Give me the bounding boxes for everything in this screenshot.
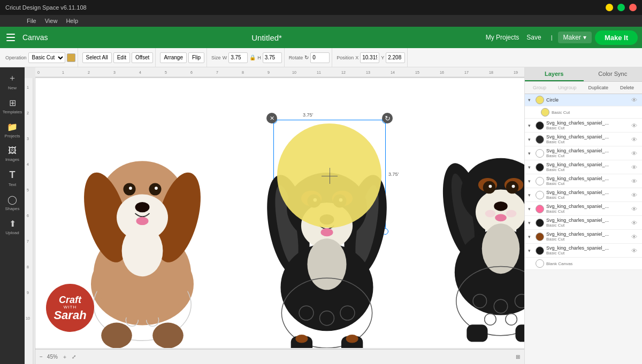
svg-point-55 [155,187,158,190]
eye-4[interactable]: 👁 [631,164,639,171]
eye-9[interactable]: 👁 [631,234,639,240]
svg-text:5: 5 [27,188,29,192]
arrange-button[interactable]: Arrange [160,52,187,63]
width-input[interactable] [228,52,248,63]
svg-text:12: 12 [341,71,346,74]
close-button[interactable]: ✕ [629,4,637,11]
delete-button[interactable]: Delete [618,84,636,91]
rotate-label: Rotate [289,55,303,60]
text-icon: T [10,169,16,181]
maker-button[interactable]: Maker ▾ [558,32,592,43]
menu-file[interactable]: File [27,18,36,24]
minimize-button[interactable]: — [606,4,613,11]
svg-text:9: 9 [27,291,29,295]
hamburger-menu[interactable] [4,31,17,44]
layer-swatch-6 [536,191,544,199]
svg-text:1: 1 [62,71,64,74]
pos-x-input[interactable] [360,52,379,63]
eye-8[interactable]: 👁 [631,220,639,226]
svg-text:17: 17 [464,71,469,74]
layer-svg-4[interactable]: ▾ Svg_king_charles_spaniel_... Basic Cut… [525,160,642,174]
sidebar-item-new[interactable]: ＋ New [2,69,23,94]
eye-5[interactable]: 👁 [631,178,639,184]
sidebar-item-templates[interactable]: ⊞ Templates [2,95,23,118]
layer-swatch-8 [536,219,544,227]
svg-text:18: 18 [489,71,493,74]
menu-view[interactable]: View [45,18,58,24]
lock-icon: 🔒 [249,55,256,60]
operation-color-swatch[interactable] [67,53,75,62]
zoom-in-button[interactable]: ＋ [62,353,67,361]
layer-svg-6[interactable]: ▾ Svg_king_charles_spaniel_... Basic Cut… [525,188,642,202]
layer-swatch-1 [536,121,544,130]
svg-text:3: 3 [27,137,29,141]
secondary-toolbar: Operation Basic Cut Select All Edit Offs… [0,48,642,67]
eye-2[interactable]: 👁 [631,136,639,143]
layer-circle-group[interactable]: ▾ Circle 👁 [525,94,642,106]
make-it-button[interactable]: Make It [595,30,638,45]
layer-svg-5[interactable]: ▾ Svg_king_charles_spaniel_... Basic Cut… [525,174,642,188]
edit-button[interactable]: Edit [113,52,130,63]
zoom-out-button[interactable]: − [40,354,43,360]
eye-7[interactable]: 👁 [631,206,639,212]
pos-y-input[interactable] [386,52,405,63]
layer-swatch-blank [536,259,544,268]
sidebar-item-text[interactable]: T Text [2,166,23,190]
svg-text:2: 2 [27,111,29,115]
save-button[interactable]: Save [526,34,541,41]
canvas-content[interactable]: ✕ ↻ 3.75' 3.75' [35,78,524,348]
eye-3[interactable]: 👁 [631,150,639,157]
sidebar-item-upload[interactable]: ⬆ Upload [2,215,23,238]
canvas-area[interactable]: 0 1 2 3 4 5 6 7 8 9 10 11 12 13 14 15 16… [25,67,524,364]
position-label: Position [337,55,354,60]
watermark-sarah: Sarah [54,309,86,321]
layer-eye-circle[interactable]: 👁 [631,97,639,103]
eye-6[interactable]: 👁 [631,192,639,198]
svg-text:14: 14 [391,71,395,74]
duplicate-button[interactable]: Duplicate [586,84,610,91]
yellow-circle[interactable] [277,123,381,228]
svg-point-98 [495,214,507,222]
ungroup-button[interactable]: Ungroup [556,84,579,91]
eye-1[interactable]: 👁 [631,122,639,129]
layer-blank-canvas[interactable]: Blank Canvas [525,258,642,270]
offset-button[interactable]: Offset [132,52,154,63]
rotate-input[interactable] [310,52,330,63]
tab-layers[interactable]: Layers [525,67,584,81]
fit-button[interactable]: ⤢ [72,354,76,360]
layer-swatch-circle-sub [541,108,549,117]
svg-text:8: 8 [242,71,244,74]
layer-swatch-7 [536,205,544,213]
my-projects-button[interactable]: My Projects [486,34,519,41]
sidebar-item-shapes[interactable]: ◯ Shapes [2,191,23,214]
right-panel: Layers Color Sync Group Ungroup Duplicat… [524,67,642,364]
layer-svg-7[interactable]: ▾ Svg_king_charles_spaniel_... Basic Cut… [525,202,642,216]
height-input[interactable] [263,52,282,63]
ruler-left: 1 2 3 4 5 6 7 8 9 10 [25,78,35,364]
sidebar-item-projects[interactable]: 📁 Projects [2,119,23,142]
layer-swatch-2 [536,135,544,144]
grid-toggle[interactable]: ⊞ [516,354,520,360]
svg-point-106 [506,314,517,326]
rotate-group: Rotate ↻ [287,48,333,67]
select-all-button[interactable]: Select All [82,52,112,63]
layer-svg-8[interactable]: ▾ Svg_king_charles_spaniel_... Basic Cut… [525,216,642,230]
canvas-surface[interactable]: ✕ ↻ 3.75' 3.75' [35,78,524,348]
maximize-button[interactable]: □ [617,4,625,11]
eye-10[interactable]: 👁 [631,247,639,254]
layer-circle-item[interactable]: Basic Cut [525,106,642,119]
operation-select[interactable]: Basic Cut [28,52,65,63]
layer-svg-9[interactable]: ▾ Svg_king_charles_spaniel_... Basic Cut… [525,230,642,244]
sidebar-images-label: Images [5,157,19,162]
menu-help[interactable]: Help [66,18,78,24]
layer-svg-3[interactable]: ▾ Svg_king_charles_spaniel_... Basic Cut… [525,146,642,160]
layer-svg-2[interactable]: ▾ Svg_king_charles_spaniel_... Basic Cut… [525,133,642,146]
svg-text:11: 11 [317,71,321,74]
tab-color-sync[interactable]: Color Sync [584,67,643,81]
sidebar-upload-label: Upload [5,230,19,235]
layer-svg-10[interactable]: ▾ Svg_king_charles_spaniel_... Basic Cut… [525,244,642,258]
group-button[interactable]: Group [531,84,548,91]
sidebar-item-images[interactable]: 🖼 Images [2,143,23,165]
layer-svg-1[interactable]: ▾ Svg_king_charles_spaniel_... Basic Cut… [525,119,642,133]
flip-button[interactable]: Flip [188,52,204,63]
